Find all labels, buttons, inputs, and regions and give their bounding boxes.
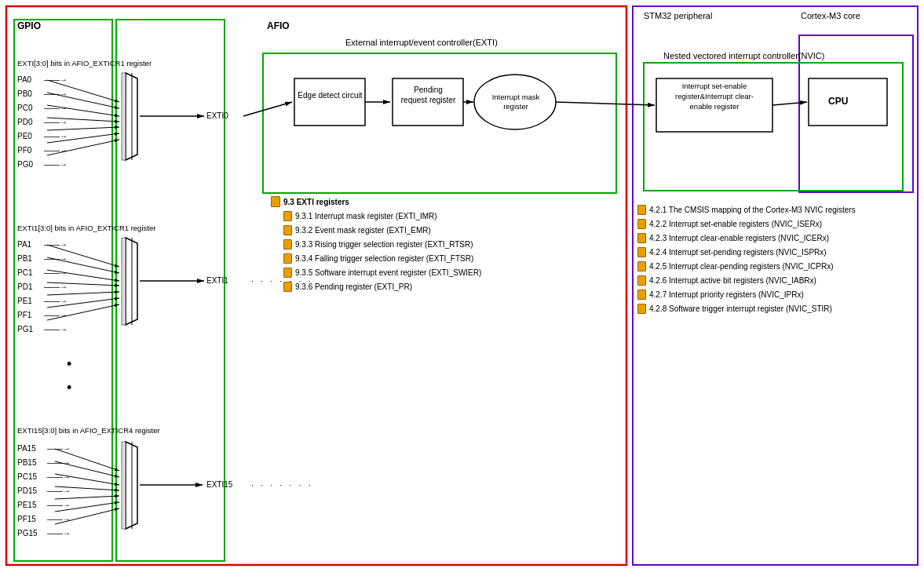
exti0-label: EXTI0 xyxy=(206,111,228,120)
svg-line-47 xyxy=(772,102,807,105)
pin-group-1: PA0——→ PB0——→ PC0——→ PD0——→ PE0——→ PF0——… xyxy=(17,72,68,171)
svg-marker-17 xyxy=(126,442,137,529)
edge-detect-label: Edge detect circuit xyxy=(297,90,363,100)
pin-pd1: PD1——→ xyxy=(17,279,68,293)
exti-reg-item-4[interactable]: 9.3.4 Falling trigger selection register… xyxy=(283,251,481,265)
exti1-reg-label: EXTI1[3:0] bits in AFIO_EXTICR1 register xyxy=(17,224,155,232)
cortex-core-label: Cortex-M3 core xyxy=(801,11,860,20)
pin-pe0: PE0——→ xyxy=(17,129,68,143)
svg-marker-13 xyxy=(126,73,137,160)
pin-pf0: PF0——→ xyxy=(17,143,68,157)
nvic-link-item-6[interactable]: 4.2.6 Interrupt active bit registers (NV… xyxy=(637,273,856,287)
pin-pc15: PC15——→ xyxy=(17,469,71,483)
dots-2: • xyxy=(67,381,71,395)
nvic-label: Nested vectored interrupt controller(NVI… xyxy=(663,51,824,60)
svg-rect-4 xyxy=(263,53,616,193)
nvic-link-item-4[interactable]: 4.2.4 Interrupt set-pending registers (N… xyxy=(637,245,856,259)
nvic-link-item-5[interactable]: 4.2.5 Interrupt clear-pending registers … xyxy=(637,259,856,273)
svg-marker-18 xyxy=(122,442,126,529)
pin-pe1: PE1——→ xyxy=(17,293,68,308)
pin-pd15: PD15——→ xyxy=(17,483,71,497)
pin-pf15: PF15——→ xyxy=(17,512,71,526)
pin-pa15: PA15——→ xyxy=(17,441,71,455)
exti-reg-item-5[interactable]: 9.3.5 Software interrupt event register … xyxy=(283,265,481,279)
afio-label: AFIO xyxy=(267,20,290,31)
pin-group-2: PA1——→ PB1——→ PC1——→ PD1——→ PE1——→ PF1——… xyxy=(17,237,68,336)
exti15-reg-label: EXTI15[3:0] bits in AFIO_EXTICR4 registe… xyxy=(17,426,160,435)
pin-pa0: PA0——→ xyxy=(17,72,68,86)
nvic-links-section: 4.2.1 The CMSIS mapping of the Cortex-M3… xyxy=(637,202,856,315)
exti-registers-group-label: 9.3 EXTI registers xyxy=(271,196,481,207)
svg-line-41 xyxy=(243,102,292,116)
exti0-reg-label: EXTI[3:0] bits in AFIO_EXTICR1 register xyxy=(17,59,152,67)
dots-1: • xyxy=(67,357,71,371)
pin-pc0: PC0——→ xyxy=(17,100,68,115)
exti-title: External interrupt/event controller(EXTI… xyxy=(345,38,498,47)
pin-pg1: PG1——→ xyxy=(17,322,68,336)
pin-pg15: PG15——→ xyxy=(17,526,71,540)
nvic-link-item-2[interactable]: 4.2.2 Interrupt set-enable registers (NV… xyxy=(637,217,856,231)
pin-pb15: PB15——→ xyxy=(17,455,71,469)
cpu-label: CPU xyxy=(828,96,848,107)
pending-request-label: Pendingrequest register xyxy=(395,85,462,105)
pin-pe15: PE15——→ xyxy=(17,497,71,512)
pin-pc1: PC1——→ xyxy=(17,265,68,279)
nvic-link-item-7[interactable]: 4.2.7 Interrupt priority registers (NVIC… xyxy=(637,287,856,301)
svg-rect-8 xyxy=(294,78,365,126)
pin-pa1: PA1——→ xyxy=(17,237,68,251)
pin-pb0: PB0——→ xyxy=(17,86,68,100)
exti-reg-item-1[interactable]: 9.3.1 Interrupt mask register (EXTI_IMR) xyxy=(283,209,481,223)
pin-pb1: PB1——→ xyxy=(17,251,68,265)
svg-line-46 xyxy=(556,102,655,105)
interrupt-mask-label: Interrupt maskregister xyxy=(481,93,550,112)
dots-exti15-h: · · · · · · · xyxy=(251,480,313,490)
exti1-label: EXTI1 xyxy=(206,276,228,285)
exti-registers-section: 9.3 EXTI registers 9.3.1 Interrupt mask … xyxy=(271,196,481,293)
svg-marker-15 xyxy=(126,238,137,325)
pin-group-3: PA15——→ PB15——→ PC15——→ PD15——→ PE15——→ … xyxy=(17,441,71,540)
exti-reg-item-6[interactable]: 9.3.6 Pending register (EXTI_PR) xyxy=(283,279,481,293)
pin-pd0: PD0——→ xyxy=(17,115,68,129)
pin-pg0: PG0——→ xyxy=(17,157,68,171)
interrupt-set-enable-label: Interrupt set-enableregister&Interrupt c… xyxy=(658,82,771,111)
nvic-link-item-3[interactable]: 4.2.3 Interrupt clear-enable registers (… xyxy=(637,231,856,245)
nvic-link-item-1[interactable]: 4.2.1 The CMSIS mapping of the Cortex-M3… xyxy=(637,202,856,217)
exti-reg-item-2[interactable]: 9.3.2 Event mask register (EXTI_EMR) xyxy=(283,223,481,237)
pin-pf1: PF1——→ xyxy=(17,308,68,322)
exti-reg-item-3[interactable]: 9.3.3 Rising trigger selection register … xyxy=(283,237,481,251)
nvic-link-item-8[interactable]: 4.2.8 Software trigger interrupt registe… xyxy=(637,301,856,315)
stm32-peripheral-label: STM32 peripheral xyxy=(644,11,712,20)
svg-marker-14 xyxy=(122,73,126,160)
gpio-label: GPIO xyxy=(17,20,41,31)
svg-marker-16 xyxy=(122,238,126,325)
exti15-label: EXTI15 xyxy=(206,480,232,489)
